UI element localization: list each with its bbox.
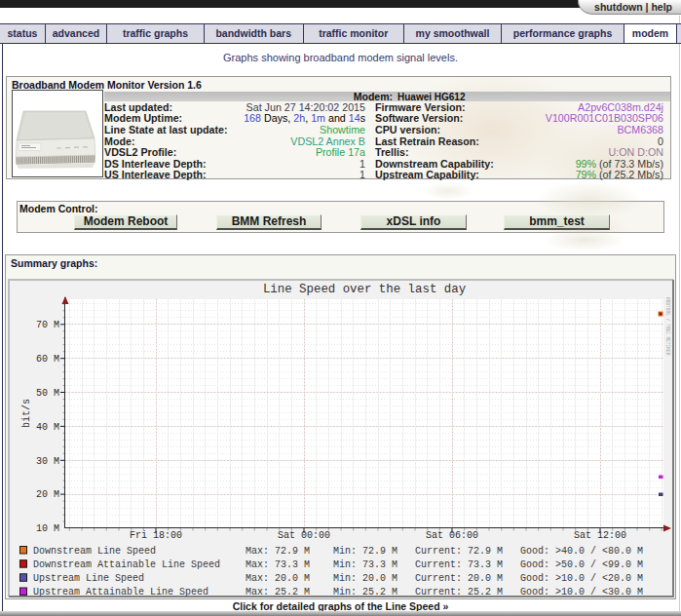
svg-text:10 M: 10 M [36,523,59,534]
svg-text:Upstream Attainable Line Speed: Upstream Attainable Line Speed [33,587,208,597]
svg-text:Downstream Line Speed: Downstream Line Speed [33,546,156,557]
svg-text:RRDTOOL / TOBI OETIKER: RRDTOOL / TOBI OETIKER [665,297,670,356]
svg-text:50 M: 50 M [36,388,59,399]
svg-text:60 M: 60 M [36,354,59,365]
svg-text:70 M: 70 M [36,320,59,330]
svg-text:Fri 18:00: Fri 18:00 [130,530,182,541]
svg-text:40 M: 40 M [36,422,59,433]
svg-text:Line Speed over the last day: Line Speed over the last day [263,283,467,296]
svg-text:Upstream Line Speed: Upstream Line Speed [33,573,144,584]
svg-text:Max: 72.9 M Min: 72.9 M C: Max: 72.9 M Min: 72.9 M Current: 72.9 M … [246,546,643,557]
svg-text:Max: 73.3 M Min: 73.3 M C: Max: 73.3 M Min: 73.3 M Current: 73.3 M … [246,559,643,570]
svg-text:Max: 20.0 M Min: 20.0 M C: Max: 20.0 M Min: 20.0 M Current: 20.0 M … [246,573,643,584]
svg-text:Max: 25.2 M Min: 25.2 M C: Max: 25.2 M Min: 25.2 M Current: 25.2 M … [246,587,643,597]
svg-text:Downstream Attainable Line Spe: Downstream Attainable Line Speed [33,559,220,570]
svg-text:Sat 06:00: Sat 06:00 [426,530,478,541]
svg-text:20 M: 20 M [36,489,59,500]
svg-text:Sat 00:00: Sat 00:00 [278,530,330,541]
svg-text:30 M: 30 M [36,456,59,467]
svg-text:bit/s: bit/s [21,399,32,428]
svg-text:Sat 12:00: Sat 12:00 [574,530,626,541]
